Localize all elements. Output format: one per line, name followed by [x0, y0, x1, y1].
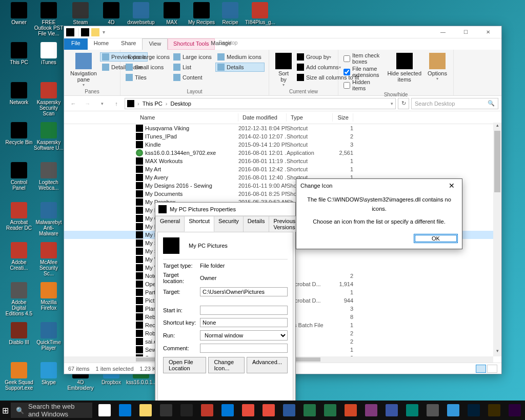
desktop-icon[interactable]: Logitech Webca... — [34, 162, 64, 191]
scroll-up[interactable]: ▴ — [493, 123, 501, 131]
file-extensions[interactable]: File name extensions — [341, 65, 384, 78]
col-type[interactable]: Type — [287, 113, 333, 122]
open-file-location-button[interactable]: Open File Location — [163, 357, 206, 373]
taskbar-store[interactable] — [156, 401, 176, 420]
desktop-icon[interactable]: McAfee Security Sc... — [34, 242, 64, 276]
taskbar-mail[interactable] — [217, 401, 238, 420]
desktop-icon[interactable]: Malwarebyt Anti-Malware — [34, 202, 64, 236]
ok-button[interactable]: OK — [414, 234, 458, 243]
shortcut-key-input[interactable] — [200, 318, 288, 327]
run-select[interactable]: Normal window — [200, 330, 288, 341]
qat-icon[interactable] — [81, 28, 89, 36]
file-row[interactable]: kss16.0.0.1344en_9702.exe 2016-08-01 12:… — [64, 149, 501, 157]
desktop-icon[interactable]: Recycle Bin — [4, 122, 34, 145]
small-icons[interactable]: Small icons — [124, 63, 171, 72]
close-button[interactable]: ✕ — [446, 182, 458, 190]
taskbar-amazon[interactable] — [176, 401, 197, 420]
tab-share[interactable]: Share — [115, 38, 142, 50]
hidden-items[interactable]: Hidden items — [341, 78, 384, 92]
tab-security[interactable]: Security — [214, 216, 244, 232]
tab-home[interactable]: Home — [88, 38, 115, 50]
file-row[interactable]: My Art 2016-08-01 12:42 ... Shortcut 1 — [64, 165, 501, 173]
taskbar-chrome[interactable] — [238, 401, 258, 420]
taskbar-excel[interactable] — [320, 401, 340, 420]
tab-file[interactable]: File — [64, 38, 88, 50]
taskbar-premiere[interactable] — [504, 401, 525, 420]
desktop-icon[interactable]: Skype — [34, 362, 64, 385]
titlebar[interactable]: ▾ — ☐ ✕ — [64, 26, 501, 38]
desktop-icon[interactable]: Acrobat Reader DC — [4, 202, 34, 231]
desktop-icon[interactable]: iTunes — [34, 42, 64, 65]
desktop-icon[interactable]: QuickTime Player — [34, 322, 64, 351]
desktop-icon[interactable]: TI84Plus_g... — [245, 2, 275, 25]
taskbar-task-view[interactable] — [94, 401, 115, 420]
details-view[interactable]: Details — [215, 63, 265, 72]
navigation-pane-button[interactable]: Navigation pane ▾ — [67, 52, 100, 88]
change-icon-button[interactable]: Change Icon... — [208, 357, 244, 373]
desktop-icon[interactable]: Kaspersky Software U... — [34, 122, 64, 151]
change-icon-titlebar[interactable]: Change Icon ✕ — [296, 179, 462, 192]
item-check-boxes[interactable]: Item check boxes — [341, 52, 384, 65]
start-button[interactable]: ⊞ — [0, 401, 11, 420]
desktop-icon[interactable]: Recipe — [215, 2, 245, 25]
details-view-button[interactable] — [476, 365, 486, 373]
taskbar-photoshop[interactable] — [463, 401, 484, 420]
options-button[interactable]: Options▾ — [425, 52, 450, 92]
file-row[interactable]: MAX Workouts 2016-08-01 11:19 ... Shortc… — [64, 157, 501, 165]
col-name[interactable]: Name — [136, 113, 238, 122]
taskbar-visio[interactable] — [381, 401, 402, 420]
taskbar-sway[interactable] — [402, 401, 422, 420]
taskbar-app2[interactable] — [422, 401, 443, 420]
tab-general[interactable]: General — [155, 216, 185, 232]
advanced-button[interactable]: Advanced... — [247, 357, 288, 373]
desktop-icon[interactable]: Diablo III — [4, 322, 34, 345]
taskbar-powerpoint[interactable] — [340, 401, 361, 420]
sort-by-button[interactable]: Sort by▾ — [272, 52, 295, 88]
desktop-icon[interactable]: My Recipes — [187, 2, 216, 25]
extra-large-icons[interactable]: Extra large icons — [124, 52, 171, 62]
tab-manage[interactable]: Manage — [205, 38, 237, 50]
refresh-button[interactable]: ↻ — [398, 98, 409, 109]
desktop-icon[interactable]: 4D — [96, 2, 126, 25]
comment-input[interactable] — [200, 344, 288, 353]
forward-button[interactable]: → — [82, 97, 94, 110]
desktop-icon[interactable]: Mozilla Firefox — [34, 282, 64, 311]
desktop-icon[interactable]: Control Panel — [4, 162, 34, 191]
taskbar-word[interactable] — [279, 401, 299, 420]
up-button[interactable]: ↑ — [110, 97, 123, 110]
taskbar-onenote[interactable] — [361, 401, 381, 420]
taskbar-quicktime[interactable] — [443, 401, 463, 420]
close-button[interactable]: ✕ — [477, 26, 499, 38]
crumb-desktop[interactable]: Desktop — [168, 101, 193, 107]
desktop-icon[interactable]: dxwebsetup — [126, 2, 156, 25]
desktop-icon[interactable]: Steam — [66, 2, 95, 25]
taskbar-bridge[interactable] — [484, 401, 504, 420]
col-size[interactable]: Size — [333, 113, 353, 122]
taskbar-opera[interactable] — [258, 401, 279, 420]
desktop-icon[interactable]: FREE Outlook PST File Vie... — [34, 2, 64, 36]
medium-icons[interactable]: Medium icons — [215, 52, 265, 62]
taskbar-search[interactable]: 🔍 Search the web and Windows — [11, 403, 92, 418]
desktop-icon[interactable]: Network — [4, 82, 34, 105]
column-headers[interactable]: Name Date modified Type Size — [64, 111, 501, 124]
taskbar-excel-a[interactable] — [299, 401, 320, 420]
file-row[interactable]: Kindle 2015-09-14 1:20 PM Shortcut 3 — [64, 141, 501, 149]
vertical-scrollbar[interactable]: ▴ ▾ — [493, 123, 501, 356]
list-view[interactable]: List — [171, 63, 215, 72]
taskbar-explorer[interactable] — [135, 401, 156, 420]
desktop-icon[interactable]: Adobe Creati... — [4, 242, 34, 271]
properties-titlebar[interactable]: My PC Pictures Properties — [155, 203, 295, 216]
tab-view[interactable]: View — [142, 38, 168, 50]
desktop-icon[interactable]: Owner — [4, 2, 34, 25]
desktop-icon[interactable]: Adobe Digital Editions 4.5 — [4, 282, 34, 316]
back-button[interactable]: ← — [67, 97, 79, 110]
maximize-button[interactable]: ☐ — [454, 26, 477, 38]
scroll-down[interactable]: ▾ — [493, 348, 501, 356]
start-in-input[interactable] — [200, 306, 288, 315]
large-icons[interactable]: Large icons — [171, 52, 215, 62]
taskbar-app1[interactable] — [197, 401, 217, 420]
desktop-icon[interactable]: MAX — [157, 2, 187, 25]
file-row[interactable]: ITunes_IPad 2014-02-10 12:07 ... Shortcu… — [64, 132, 501, 141]
tiles-view[interactable]: Tiles — [124, 73, 171, 82]
breadcrumb[interactable]: › This PC › Desktop ▾ — [125, 98, 396, 109]
